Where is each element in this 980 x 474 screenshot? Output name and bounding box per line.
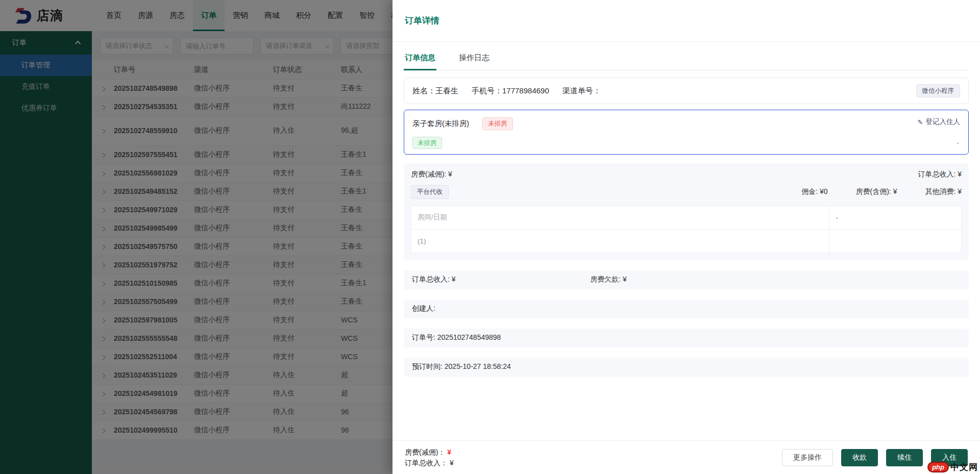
channel-no-label: 渠道单号： <box>562 86 601 96</box>
room-date-table: 房间/日期 - (1) <box>411 206 962 253</box>
guest-name-label: 姓名： <box>412 86 435 96</box>
register-guest-link[interactable]: ✎ 登记入住人 <box>918 117 960 127</box>
room-status-badge-green: 未排房 <box>412 137 442 149</box>
room-date-row-label: (1) <box>411 229 829 253</box>
room-date-header-value: - <box>829 206 962 229</box>
guest-info-text: 姓名： 王春生 手机号： 17778984690 渠道单号： <box>412 86 601 96</box>
order-total-label: 订单总收入: ¥ <box>918 170 962 179</box>
footer-order-total-value: ¥ <box>450 459 454 467</box>
drawer-tabs: 订单信息操作日志 <box>404 50 969 70</box>
order-detail-drawer: 订单详情 订单信息操作日志 姓名： 王春生 手机号： 17778984690 渠… <box>393 0 980 474</box>
drawer-header: 订单详情 <box>393 0 980 42</box>
summary-creator: 创建人: <box>412 304 435 313</box>
footer-totals: 房费(减佣)： ¥ 订单总收入： ¥ <box>405 447 454 468</box>
watermark-text: 中文网 <box>950 461 978 473</box>
footer-room-fee-label: 房费(减佣)： <box>405 448 445 456</box>
footer-button-0[interactable]: 更多操作 <box>782 449 833 466</box>
channel-tag: 微信小程序 <box>916 84 961 98</box>
guest-phone-label: 手机号： <box>472 86 502 96</box>
footer-button-1[interactable]: 收款 <box>841 449 878 466</box>
other-fee-label: 其他消费: ¥ <box>925 187 962 196</box>
summary-bar-order-no: 订单号: 2025102748549898 <box>404 329 969 347</box>
summary-bar-income: 订单总收入: ¥ 房费欠款: ¥ <box>404 270 969 289</box>
room-title: 亲子套房(未排房) <box>412 119 469 129</box>
watermark-php-badge: php <box>927 462 949 472</box>
room-dash: - <box>957 139 960 147</box>
site-watermark: php 中文网 <box>927 461 978 473</box>
drawer-body: 订单信息操作日志 姓名： 王春生 手机号： 17778984690 渠道单号： … <box>393 42 980 440</box>
summary-arrears: 房费欠款: ¥ <box>590 275 627 284</box>
summary-order-no: 订单号: 2025102748549898 <box>412 333 501 342</box>
tab-1[interactable]: 操作日志 <box>458 50 491 70</box>
guest-phone: 17778984690 <box>502 86 549 96</box>
footer-room-fee-value: ¥ <box>447 448 451 456</box>
drawer-footer: 房费(减佣)： ¥ 订单总收入： ¥ 更多操作收款续住入住 <box>393 440 980 474</box>
room-card[interactable]: 亲子套房(未排房) 未排房 未排房 ✎ 登记入住人 - <box>404 110 969 155</box>
footer-button-2[interactable]: 续住 <box>886 449 923 466</box>
pencil-icon: ✎ <box>918 118 923 126</box>
commission-label: 佣金: ¥0 <box>801 187 827 196</box>
guest-info-card: 姓名： 王春生 手机号： 17778984690 渠道单号： 微信小程序 <box>404 78 969 104</box>
drawer-title: 订单详情 <box>405 15 439 27</box>
summary-bar-booked-at: 预订时间: 2025-10-27 18:58:24 <box>404 358 969 377</box>
register-guest-label: 登记入住人 <box>926 117 961 127</box>
room-date-row-value <box>829 229 962 253</box>
fee-panel: 房费(减佣): ¥ 订单总收入: ¥ 平台代收 佣金: ¥0 房费(含佣): ¥… <box>404 163 969 260</box>
summary-order-total: 订单总收入: ¥ <box>412 275 456 284</box>
footer-order-total-label: 订单总收入： <box>405 459 448 467</box>
room-status-badge-red: 未排房 <box>482 117 513 130</box>
summary-bar-creator: 创建人: <box>404 300 969 318</box>
room-fee-label: 房费(减佣): ¥ <box>411 170 452 179</box>
tab-0[interactable]: 订单信息 <box>404 50 436 70</box>
room-date-header: 房间/日期 <box>411 206 829 229</box>
room-fee-incl-label: 房费(含佣): ¥ <box>856 187 897 196</box>
platform-collect-tag: 平台代收 <box>411 185 449 199</box>
guest-name: 王春生 <box>435 86 458 96</box>
summary-booked-at: 预订时间: 2025-10-27 18:58:24 <box>412 362 511 371</box>
